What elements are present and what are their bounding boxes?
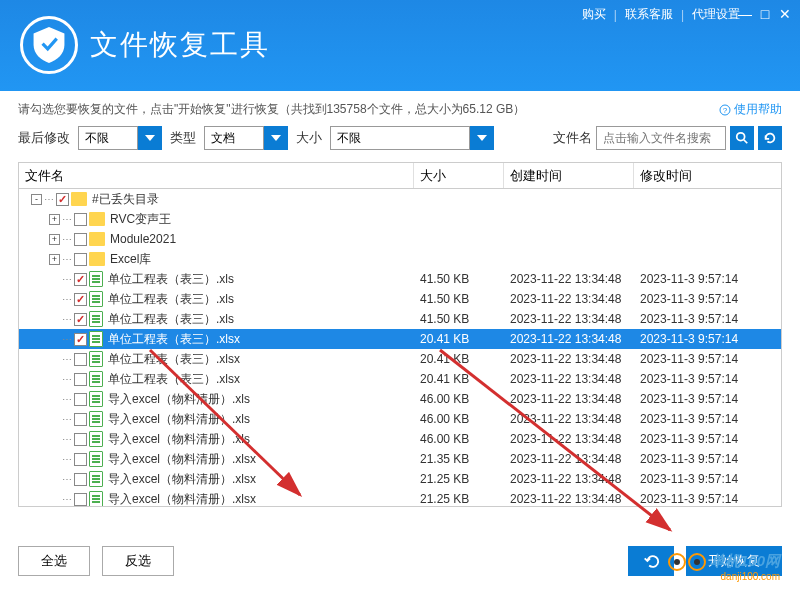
file-name: Module2021 [110, 232, 176, 246]
select-all-button[interactable]: 全选 [18, 546, 90, 576]
col-header-modified[interactable]: 修改时间 [634, 163, 781, 188]
file-icon [89, 471, 103, 487]
row-checkbox[interactable] [74, 413, 87, 426]
row-checkbox[interactable] [74, 333, 87, 346]
table-row[interactable]: ⋯导入excel（物料清册）.xls46.00 KB2023-11-22 13:… [19, 429, 781, 449]
row-checkbox[interactable] [56, 193, 69, 206]
table-row[interactable]: ⋯单位工程表（表三）.xls41.50 KB2023-11-22 13:34:4… [19, 309, 781, 329]
file-icon [89, 491, 103, 506]
row-checkbox[interactable] [74, 293, 87, 306]
size-label: 大小 [296, 129, 322, 147]
type-select[interactable]: 文档 [204, 126, 264, 150]
minimize-icon[interactable]: — [738, 6, 752, 22]
table-row[interactable]: +⋯RVC变声王 [19, 209, 781, 229]
row-checkbox[interactable] [74, 213, 87, 226]
cell-created: 2023-11-22 13:34:48 [504, 292, 634, 306]
tree-expander[interactable]: + [49, 254, 60, 265]
file-icon [89, 351, 103, 367]
row-checkbox[interactable] [74, 353, 87, 366]
undo-button[interactable] [628, 546, 674, 576]
table-row[interactable]: +⋯Module2021 [19, 229, 781, 249]
row-checkbox[interactable] [74, 273, 87, 286]
row-checkbox[interactable] [74, 373, 87, 386]
buy-link[interactable]: 购买 [582, 6, 606, 23]
cell-modified: 2023-11-3 9:57:14 [634, 372, 781, 386]
cell-modified: 2023-11-3 9:57:14 [634, 332, 781, 346]
table-row[interactable]: ⋯导入excel（物料清册）.xls46.00 KB2023-11-22 13:… [19, 389, 781, 409]
cell-created: 2023-11-22 13:34:48 [504, 272, 634, 286]
tree-expander [49, 354, 60, 365]
col-header-created[interactable]: 创建时间 [504, 163, 634, 188]
footer: 全选 反选 开始恢复 [0, 532, 800, 590]
cell-created: 2023-11-22 13:34:48 [504, 452, 634, 466]
file-table: 文件名 大小 创建时间 修改时间 -⋯#已丢失目录+⋯RVC变声王+⋯Modul… [18, 162, 782, 507]
cell-size: 20.41 KB [414, 372, 504, 386]
cell-modified: 2023-11-3 9:57:14 [634, 472, 781, 486]
refresh-button[interactable] [758, 126, 782, 150]
start-recovery-button[interactable]: 开始恢复 [686, 546, 782, 576]
table-row[interactable]: ⋯导入excel（物料清册）.xlsx21.25 KB2023-11-22 13… [19, 469, 781, 489]
row-checkbox[interactable] [74, 253, 87, 266]
cell-modified: 2023-11-3 9:57:14 [634, 392, 781, 406]
table-row[interactable]: ⋯导入excel（物料清册）.xlsx21.25 KB2023-11-22 13… [19, 489, 781, 506]
table-body[interactable]: -⋯#已丢失目录+⋯RVC变声王+⋯Module2021+⋯Excel库⋯单位工… [19, 189, 781, 506]
tree-expander [49, 274, 60, 285]
tree-expander [49, 454, 60, 465]
last-modified-dropdown-icon[interactable] [138, 126, 162, 150]
row-checkbox[interactable] [74, 473, 87, 486]
invert-selection-button[interactable]: 反选 [102, 546, 174, 576]
file-name: RVC变声王 [110, 211, 171, 228]
size-dropdown-icon[interactable] [470, 126, 494, 150]
cell-size: 41.50 KB [414, 312, 504, 326]
cell-size: 21.25 KB [414, 492, 504, 506]
row-checkbox[interactable] [74, 453, 87, 466]
col-header-size[interactable]: 大小 [414, 163, 504, 188]
last-modified-select[interactable]: 不限 [78, 126, 138, 150]
cell-size: 46.00 KB [414, 392, 504, 406]
app-header: 购买 | 联系客服 | 代理设置 — □ ✕ 文件恢复工具 [0, 0, 800, 91]
row-checkbox[interactable] [74, 393, 87, 406]
row-checkbox[interactable] [74, 233, 87, 246]
tree-expander[interactable]: + [49, 214, 60, 225]
size-select[interactable]: 不限 [330, 126, 470, 150]
table-row[interactable]: +⋯Excel库 [19, 249, 781, 269]
col-header-name[interactable]: 文件名 [19, 163, 414, 188]
tree-expander[interactable]: - [31, 194, 42, 205]
tree-expander [49, 414, 60, 425]
table-row[interactable]: ⋯单位工程表（表三）.xlsx20.41 KB2023-11-22 13:34:… [19, 329, 781, 349]
type-dropdown-icon[interactable] [264, 126, 288, 150]
help-link[interactable]: ? 使用帮助 [719, 101, 782, 118]
table-row[interactable]: ⋯导入excel（物料清册）.xlsx21.35 KB2023-11-22 13… [19, 449, 781, 469]
row-checkbox[interactable] [74, 493, 87, 506]
close-icon[interactable]: ✕ [778, 6, 792, 22]
table-row[interactable]: ⋯单位工程表（表三）.xlsx20.41 KB2023-11-22 13:34:… [19, 369, 781, 389]
svg-point-2 [737, 133, 745, 141]
file-icon [89, 271, 103, 287]
row-checkbox[interactable] [74, 313, 87, 326]
search-button[interactable] [730, 126, 754, 150]
proxy-link[interactable]: 代理设置 [692, 6, 740, 23]
row-checkbox[interactable] [74, 433, 87, 446]
cell-modified: 2023-11-3 9:57:14 [634, 292, 781, 306]
table-row[interactable]: ⋯单位工程表（表三）.xls41.50 KB2023-11-22 13:34:4… [19, 269, 781, 289]
tree-expander[interactable]: + [49, 234, 60, 245]
table-row[interactable]: ⋯单位工程表（表三）.xlsx20.41 KB2023-11-22 13:34:… [19, 349, 781, 369]
maximize-icon[interactable]: □ [758, 6, 772, 22]
file-name: 单位工程表（表三）.xlsx [108, 351, 240, 368]
undo-icon [642, 552, 660, 570]
table-row[interactable]: ⋯导入excel（物料清册）.xls46.00 KB2023-11-22 13:… [19, 409, 781, 429]
tree-expander [49, 474, 60, 485]
table-row[interactable]: ⋯单位工程表（表三）.xls41.50 KB2023-11-22 13:34:4… [19, 289, 781, 309]
tree-expander [49, 294, 60, 305]
tree-expander [49, 494, 60, 505]
file-icon [89, 431, 103, 447]
contact-link[interactable]: 联系客服 [625, 6, 673, 23]
cell-modified: 2023-11-3 9:57:14 [634, 492, 781, 506]
cell-created: 2023-11-22 13:34:48 [504, 372, 634, 386]
table-row[interactable]: -⋯#已丢失目录 [19, 189, 781, 209]
file-name: 单位工程表（表三）.xls [108, 271, 234, 288]
cell-created: 2023-11-22 13:34:48 [504, 472, 634, 486]
file-name: #已丢失目录 [92, 191, 159, 208]
search-input[interactable] [596, 126, 726, 150]
cell-size: 20.41 KB [414, 332, 504, 346]
